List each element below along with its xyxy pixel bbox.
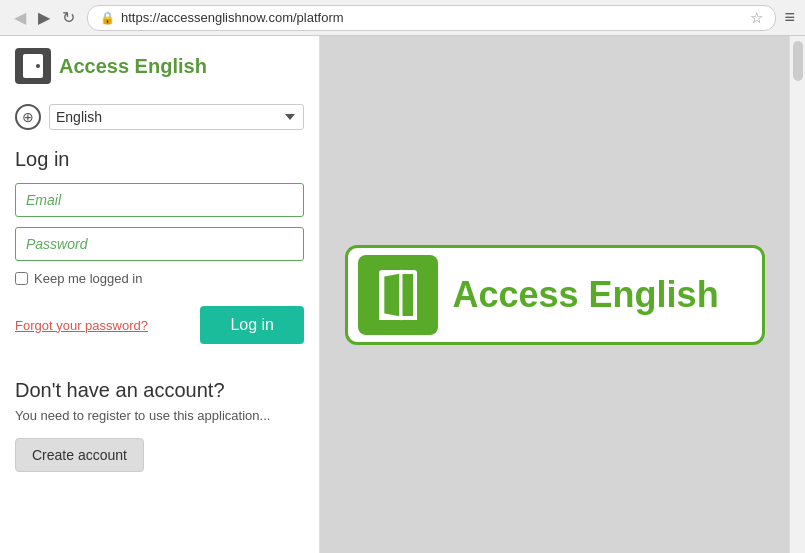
- action-row: Forgot your password? Log in: [15, 306, 304, 344]
- login-form: Log in Keep me logged in Forgot your pas…: [0, 138, 319, 379]
- big-banner: Access English: [345, 245, 765, 345]
- lock-icon: 🔒: [100, 11, 115, 25]
- big-logo-box: [358, 255, 438, 335]
- left-panel: Access English ⊕ English Spanish French …: [0, 36, 320, 553]
- login-title: Log in: [15, 148, 304, 171]
- door-icon-small: [23, 54, 43, 78]
- back-button[interactable]: ◀: [10, 6, 30, 29]
- browser-toolbar: ◀ ▶ ↻ 🔒 https://accessenglishnow.com/pla…: [0, 0, 805, 36]
- keep-logged-row: Keep me logged in: [15, 271, 304, 286]
- site-title: Access English: [59, 55, 207, 78]
- url-text: https://accessenglishnow.com/platform: [121, 10, 744, 25]
- register-desc: You need to register to use this applica…: [15, 408, 304, 423]
- logo-icon: [15, 48, 51, 84]
- bookmark-icon[interactable]: ☆: [750, 9, 763, 27]
- scrollbar-thumb[interactable]: [793, 41, 803, 81]
- keep-logged-label: Keep me logged in: [34, 271, 142, 286]
- keep-logged-checkbox[interactable]: [15, 272, 28, 285]
- password-field[interactable]: [15, 227, 304, 261]
- forgot-password-link[interactable]: Forgot your password?: [15, 318, 148, 333]
- banner-text: Access English: [453, 274, 719, 316]
- email-field[interactable]: [15, 183, 304, 217]
- globe-icon: ⊕: [15, 104, 41, 130]
- create-account-button[interactable]: Create account: [15, 438, 144, 472]
- right-panel: Access English: [320, 36, 789, 553]
- page-container: Access English ⊕ English Spanish French …: [0, 36, 805, 553]
- language-selector-row: ⊕ English Spanish French German Portugue…: [0, 96, 319, 138]
- door-panel: [382, 269, 402, 320]
- big-door-icon: [376, 268, 420, 322]
- language-select[interactable]: English Spanish French German Portuguese: [49, 104, 304, 130]
- address-bar[interactable]: 🔒 https://accessenglishnow.com/platform …: [87, 5, 776, 31]
- site-header: Access English: [0, 36, 319, 96]
- login-button[interactable]: Log in: [200, 306, 304, 344]
- forward-button[interactable]: ▶: [34, 6, 54, 29]
- no-account-text: Don't have an account?: [15, 379, 304, 402]
- browser-menu-icon[interactable]: ≡: [784, 7, 795, 28]
- scrollbar[interactable]: [789, 36, 805, 553]
- register-section: Don't have an account? You need to regis…: [0, 379, 319, 472]
- refresh-button[interactable]: ↻: [58, 6, 79, 29]
